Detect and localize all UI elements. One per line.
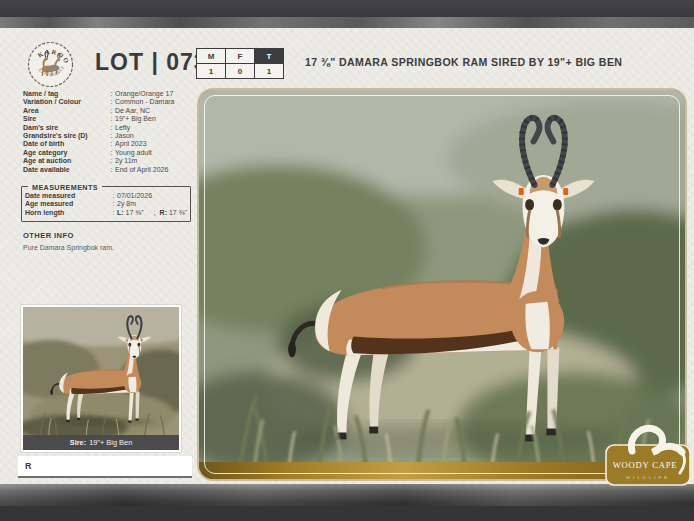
colon: : <box>108 166 115 174</box>
brand-tagline: WILDLIFE <box>626 475 670 480</box>
sex-count-table: M F T 1 0 1 <box>196 48 284 79</box>
sire-caption-label: Sire: <box>70 438 86 447</box>
measurement-row: Date measured:07/01/2026 <box>25 192 190 200</box>
woody-cape-logo-svg: WOODY CAPE WILDLIFE <box>604 421 692 489</box>
colon: : <box>108 90 115 98</box>
detail-row: Age at auction:2y 11m <box>23 157 193 165</box>
sex-col-f: F <box>226 49 255 64</box>
colon: : <box>108 98 115 106</box>
karoo-badge-svg: KAROO EXPERIENCE <box>27 41 74 88</box>
detail-label: Date available <box>23 166 108 174</box>
detail-value: Jason <box>115 132 193 140</box>
horn-left-value: 17 ⅜" <box>126 209 144 216</box>
detail-row: Sire:19"+ Big Ben <box>23 115 193 123</box>
lot-number: LOT | 073 <box>95 49 208 76</box>
sire-photo-card: Sire: 19"+ Big Ben <box>21 305 181 452</box>
sire-photo <box>23 307 179 435</box>
detail-value: De Aar, NC <box>115 107 193 115</box>
detail-row: Variation / Colour:Common - Damara <box>23 98 193 106</box>
sex-val-m: 1 <box>197 64 226 79</box>
colon: : <box>108 107 115 115</box>
detail-row: Dam's sire:Lefty <box>23 124 193 132</box>
detail-value: Young adult <box>115 149 193 157</box>
colon: : <box>108 124 115 132</box>
measurement-label: Age measured <box>25 200 110 208</box>
detail-value: 19"+ Big Ben <box>115 115 193 123</box>
measurements-heading: MEASUREMENTS <box>28 183 102 192</box>
detail-label: Sire <box>23 115 108 123</box>
detail-row: Date available:End of April 2026 <box>23 166 193 174</box>
sex-col-t: T <box>255 49 284 64</box>
detail-row: Age category:Young adult <box>23 149 193 157</box>
sex-val-f: 0 <box>226 64 255 79</box>
colon: : <box>110 192 117 200</box>
detail-label: Name / tag <box>23 90 108 98</box>
detail-label: Age at auction <box>23 157 108 165</box>
other-info-text: Pure Damara Springbok ram. <box>23 244 114 251</box>
horn-length-values: L: 17 ⅜";R: 17 ⅜" <box>117 209 190 217</box>
sex-val-t: 1 <box>255 64 284 79</box>
top-bar <box>0 0 694 17</box>
details-panel: Name / tag:Orange/Orange 17 Variation / … <box>23 90 193 174</box>
detail-row: Area:De Aar, NC <box>23 107 193 115</box>
detail-value: Common - Damara <box>115 98 193 106</box>
sire-caption-bar: Sire: 19"+ Big Ben <box>23 435 179 450</box>
measurement-label: Date measured <box>25 192 110 200</box>
detail-value: End of April 2026 <box>115 166 193 174</box>
measurement-value: 07/01/2026 <box>117 192 190 200</box>
price-input[interactable]: R <box>18 456 192 478</box>
horn-right-label: R: <box>160 209 167 216</box>
bottom-bar <box>0 506 694 521</box>
colon: : <box>108 149 115 157</box>
detail-label: Variation / Colour <box>23 98 108 106</box>
detail-label: Age category <box>23 149 108 157</box>
detail-row: Date of birth:April 2023 <box>23 140 193 148</box>
colon: : <box>108 132 115 140</box>
colon: : <box>110 200 117 208</box>
detail-value: April 2023 <box>115 140 193 148</box>
bottom-texture-strip <box>0 484 694 506</box>
measurement-value: 2y 8m <box>117 200 190 208</box>
detail-label: Dam's sire <box>23 124 108 132</box>
horn-length-label: Horn length <box>25 209 110 217</box>
colon: : <box>110 209 117 217</box>
detail-label: Date of birth <box>23 140 108 148</box>
colon: : <box>108 115 115 123</box>
detail-label: Grandsire's sire (D) <box>23 132 108 140</box>
karoo-badge-logo: KAROO EXPERIENCE <box>27 41 74 88</box>
horn-right-value: 17 ⅜" <box>169 209 187 216</box>
top-texture-strip <box>0 17 694 28</box>
horn-left-label: L: <box>117 209 124 216</box>
brand-name: WOODY CAPE <box>613 460 678 470</box>
detail-value: Orange/Orange 17 <box>115 90 193 98</box>
measurements-box: MEASUREMENTS Date measured:07/01/2026 Ag… <box>21 186 191 222</box>
detail-row: Grandsire's sire (D):Jason <box>23 132 193 140</box>
other-info-heading: OTHER INFO <box>23 231 74 240</box>
detail-row: Name / tag:Orange/Orange 17 <box>23 90 193 98</box>
woody-cape-logo: WOODY CAPE WILDLIFE <box>604 421 692 489</box>
colon: : <box>108 157 115 165</box>
horn-separator: ; <box>154 209 156 217</box>
detail-value: 2y 11m <box>115 157 193 165</box>
catalog-page: KAROO EXPERIENCE LOT | 073 M F T <box>0 0 694 521</box>
sire-caption-value: 19"+ Big Ben <box>89 438 132 447</box>
horn-length-row: Horn length : L: 17 ⅜";R: 17 ⅜" <box>25 209 190 217</box>
detail-label: Area <box>23 107 108 115</box>
detail-value: Lefty <box>115 124 193 132</box>
lot-headline: 17 ⅜" DAMARA SPRINGBOK RAM SIRED BY 19"+… <box>305 56 689 68</box>
colon: : <box>108 140 115 148</box>
measurement-row: Age measured:2y 8m <box>25 200 190 208</box>
sex-col-m: M <box>197 49 226 64</box>
